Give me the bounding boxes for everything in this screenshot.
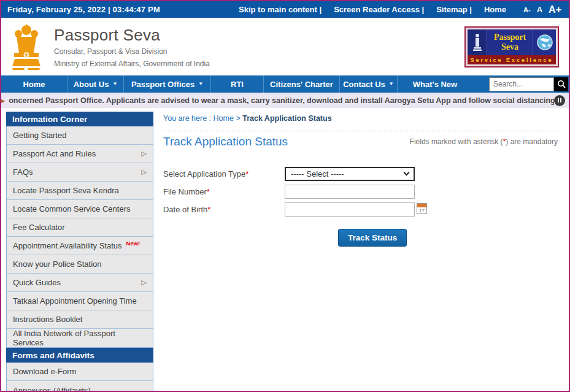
form-row-date-of-birth: Date of Birth* 17 xyxy=(163,202,558,217)
search-input[interactable] xyxy=(489,77,554,91)
sidebar-item-locate-csc[interactable]: Locate Common Service Centers xyxy=(7,200,153,218)
chevron-down-icon: ▼ xyxy=(112,82,117,86)
track-status-button[interactable]: Track Status xyxy=(338,229,407,247)
sidebar-item-instructions-booklet[interactable]: Instructions Booklet xyxy=(7,310,153,329)
file-number-label: File Number* xyxy=(163,187,285,196)
globe-icon xyxy=(533,29,556,55)
sidebar-item-know-your-police-station[interactable]: Know your Police Station xyxy=(7,255,153,274)
title-row: Track Application Status Fields marked w… xyxy=(163,131,558,148)
ticker-arrow-icon: ▶ xyxy=(1,96,5,105)
sidebar-item-passport-act-and-rules[interactable]: Passport Act and Rules▷ xyxy=(7,145,153,163)
nav-item-about-us[interactable]: About Us▼ xyxy=(67,75,124,93)
site-title: Passport Seva xyxy=(54,26,210,45)
sidebar-item-all-india-network[interactable]: All India Network of Passport Services xyxy=(7,329,153,347)
sidebar-item-annexures-affidavits[interactable]: Annexures (Affidavits) xyxy=(7,381,153,391)
sidebar-item-locate-psk[interactable]: Locate Passport Seva Kendra xyxy=(7,182,153,200)
separator: | xyxy=(422,5,424,14)
search-icon xyxy=(557,80,566,88)
ashoka-emblem-icon xyxy=(7,22,45,71)
page: Friday, February 25, 2022 | 03:44:47 PM … xyxy=(0,0,570,392)
breadcrumb-prefix: You are here : xyxy=(163,114,211,123)
date-of-birth-label: Date of Birth* xyxy=(163,205,285,214)
main-panel: You are here : Home > Track Application … xyxy=(153,112,564,391)
sidebar-item-download-eform[interactable]: Download e-Form xyxy=(7,363,153,381)
nav-item-contact-us[interactable]: Contact Us▼ xyxy=(340,75,398,93)
skip-to-main-content-link[interactable]: Skip to main content | xyxy=(239,5,325,14)
application-type-label: Select Application Type* xyxy=(163,169,285,179)
sidebar: Information Corner Getting Started Passp… xyxy=(6,112,153,391)
chevron-down-icon: ▼ xyxy=(198,82,203,86)
button-row: Track Status xyxy=(163,229,558,247)
calendar-icon[interactable]: 17 xyxy=(417,203,427,214)
badge-pillar-icon xyxy=(468,29,487,55)
nav-item-home[interactable]: Home xyxy=(1,75,67,93)
screen-reader-access-link[interactable]: Screen Reader Access | xyxy=(334,5,428,14)
nav-item-citizens-charter[interactable]: Citizens' Charter xyxy=(264,75,340,93)
sidebar-list: Download e-Form Annexures (Affidavits) xyxy=(6,363,153,391)
separator: | xyxy=(320,5,322,14)
new-badge: New! xyxy=(126,240,141,247)
font-normal-button[interactable]: A xyxy=(537,5,542,14)
application-type-select[interactable]: ----- Select ----- xyxy=(285,167,415,181)
mandatory-note: Fields marked with asterisk (*) are mand… xyxy=(410,137,558,146)
submenu-arrow-icon: ▷ xyxy=(142,279,147,286)
sidebar-item-faqs[interactable]: FAQs▷ xyxy=(7,163,153,182)
brand-block: Passport Seva Consular, Passport & Visa … xyxy=(54,26,210,68)
breadcrumb-home-link[interactable]: Home xyxy=(214,114,234,123)
badge-title-line2: Seva xyxy=(501,42,518,52)
breadcrumb-separator: > xyxy=(236,114,240,123)
notice-ticker: ▶ oncerned Passport Office. Applicants a… xyxy=(1,93,569,108)
sidebar-item-fee-calculator[interactable]: Fee Calculator xyxy=(7,218,153,237)
sidebar-section-information-corner: Information Corner xyxy=(6,112,153,126)
submenu-arrow-icon: ▷ xyxy=(142,168,147,176)
datetime-display: Friday, February 25, 2022 | 03:44:47 PM xyxy=(7,5,160,14)
track-status-form: Select Application Type* ----- Select --… xyxy=(163,167,558,247)
top-utility-bar: Friday, February 25, 2022 | 03:44:47 PM … xyxy=(1,1,569,18)
submenu-arrow-icon: ▷ xyxy=(142,150,147,158)
sitemap-link[interactable]: Sitemap | xyxy=(436,5,476,14)
site-subtitle-division: Consular, Passport & Visa Division xyxy=(54,47,210,56)
search-button[interactable] xyxy=(554,77,568,91)
nav-item-passport-offices[interactable]: Passport Offices▼ xyxy=(124,75,211,93)
chevron-down-icon xyxy=(404,170,410,176)
asterisk: * xyxy=(207,205,210,214)
badge-caption: Service Excellence xyxy=(468,55,556,64)
passport-seva-logo-badge: Passport Seva Service Excellence xyxy=(464,26,559,67)
breadcrumb: You are here : Home > Track Application … xyxy=(163,114,558,123)
font-increase-button[interactable]: A+ xyxy=(549,4,561,15)
chevron-down-icon: ▼ xyxy=(389,82,394,86)
site-header: Passport Seva Consular, Passport & Visa … xyxy=(1,18,569,75)
sidebar-item-getting-started[interactable]: Getting Started xyxy=(7,126,153,145)
ticker-pause-button[interactable] xyxy=(554,95,565,106)
separator: | xyxy=(469,5,472,14)
calendar-day: 17 xyxy=(417,207,426,213)
application-type-selected-value: ----- Select ----- xyxy=(291,169,344,179)
sidebar-item-tatkaal-appointment[interactable]: Tatkaal Appointment Opening Time xyxy=(7,292,153,310)
form-row-application-type: Select Application Type* ----- Select --… xyxy=(163,167,558,181)
asterisk: * xyxy=(245,169,248,179)
form-row-file-number: File Number* xyxy=(163,185,558,199)
nav-item-whats-new[interactable]: What's New xyxy=(398,75,472,93)
sidebar-item-quick-guides[interactable]: Quick Guides▷ xyxy=(7,274,153,292)
badge-title-line1: Passport xyxy=(494,33,526,42)
date-of-birth-input[interactable] xyxy=(285,202,415,217)
sidebar-item-appointment-availability[interactable]: Appointment Availability StatusNew! xyxy=(7,237,153,255)
ticker-text: oncerned Passport Office. Applicants are… xyxy=(9,96,554,105)
asterisk: * xyxy=(207,187,210,196)
page-title: Track Application Status xyxy=(163,135,288,148)
font-decrease-button[interactable]: A- xyxy=(523,6,531,13)
home-link-top[interactable]: Home xyxy=(484,5,506,14)
sidebar-section-forms-and-affidavits: Forms and Affidavits xyxy=(6,348,153,363)
main-navigation: Home About Us▼ Passport Offices▼ RTI Cit… xyxy=(1,75,569,93)
sidebar-list: Getting Started Passport Act and Rules▷ … xyxy=(6,126,153,348)
search-area xyxy=(489,75,569,93)
font-size-controls: A- A A+ xyxy=(523,4,561,15)
nav-item-rti[interactable]: RTI xyxy=(211,75,264,93)
site-subtitle-ministry: Ministry of External Affairs, Government… xyxy=(54,60,210,68)
content-area: Information Corner Getting Started Passp… xyxy=(1,108,569,391)
breadcrumb-current: Track Application Status xyxy=(242,114,331,123)
file-number-input[interactable] xyxy=(285,185,415,199)
